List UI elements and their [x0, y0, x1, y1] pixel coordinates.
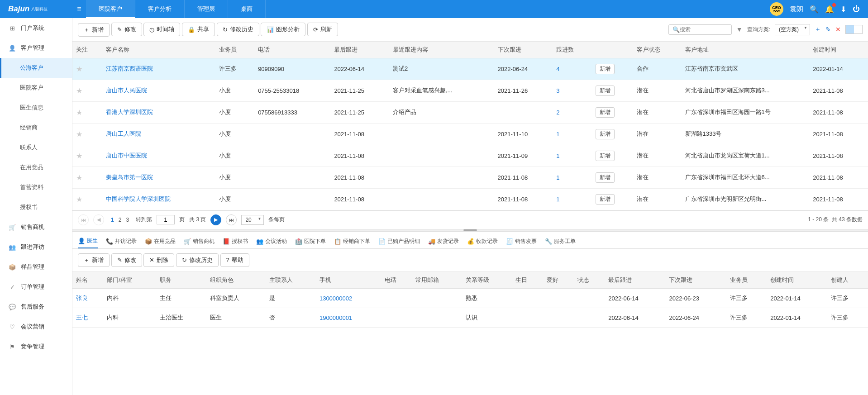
dtab-服务工单[interactable]: 🔧服务工单: [545, 235, 576, 248]
nav-sub-在用竞品[interactable]: 在用竞品: [0, 157, 72, 177]
star-icon[interactable]: ★: [76, 65, 82, 73]
dtab-销售发票[interactable]: 🧾销售发票: [506, 235, 537, 248]
table-row[interactable]: ★香港大学深圳医院小度0755869133332021-11-25介绍产品2新增…: [72, 101, 868, 123]
table-row[interactable]: ★江苏南京西语医院许三多909090902022-06-14测试22022-06…: [72, 58, 868, 80]
dtab-医院下单[interactable]: 🏥医院下单: [295, 235, 326, 248]
nav-sub-联系人[interactable]: 联系人: [0, 138, 72, 157]
nav-sub-医生信息[interactable]: 医生信息: [0, 98, 72, 118]
table-row[interactable]: ★中国科学院大学深圳医院小度2021-11-082021-11-081新增潜在广…: [72, 188, 868, 210]
new-tag[interactable]: 新增: [596, 151, 615, 161]
new-tag[interactable]: 新增: [596, 86, 615, 96]
star-icon[interactable]: ★: [76, 174, 82, 181]
mobile-link[interactable]: 1900000001: [320, 314, 352, 321]
search-box[interactable]: 🔍: [668, 24, 732, 35]
prev-page[interactable]: ◀: [93, 214, 104, 225]
page-2[interactable]: 2: [116, 217, 124, 223]
count-link[interactable]: 1: [556, 196, 559, 203]
next-page[interactable]: ▶: [210, 214, 221, 225]
avatar[interactable]: CEO〰: [770, 2, 783, 16]
dtab-在用竞品[interactable]: 📦在用竞品: [145, 235, 176, 248]
dcol-head[interactable]: 电话: [381, 272, 412, 289]
count-link[interactable]: 2: [556, 109, 559, 116]
page-3[interactable]: 3: [124, 217, 131, 223]
new-tag[interactable]: 新增: [596, 129, 615, 139]
nav-跟进拜访[interactable]: 👥跟进拜访: [0, 237, 72, 257]
btn-帮助[interactable]: ?帮助: [220, 253, 249, 267]
last-page[interactable]: ⏭: [226, 214, 237, 225]
col-head[interactable]: 业务员: [215, 42, 254, 58]
dcol-head[interactable]: 生日: [512, 272, 543, 289]
btn-修改历史[interactable]: ↻修改历史: [176, 253, 219, 267]
col-head[interactable]: 客户地址: [682, 42, 810, 58]
dtab-已购产品明细[interactable]: 📄已购产品明细: [378, 235, 420, 248]
dtab-销售商机[interactable]: 🛒销售商机: [184, 235, 215, 248]
dcol-head[interactable]: 职务: [156, 272, 206, 289]
table-row[interactable]: ★唐山工人医院小度2021-11-082021-11-101新增潜在新湖路133…: [72, 123, 868, 145]
dcol-head[interactable]: 状态: [574, 272, 605, 289]
filter-icon[interactable]: ▼: [736, 26, 743, 33]
table-row[interactable]: ★唐山市人民医院小度0755-255330182021-11-25客户对采血笔感…: [72, 80, 868, 101]
dcol-head[interactable]: 部门/科室: [103, 272, 156, 289]
nav-客户管理[interactable]: 👤客户管理: [0, 38, 72, 58]
download-icon[interactable]: ⬇: [840, 5, 846, 14]
btn-刷新[interactable]: ⟳刷新: [307, 23, 338, 36]
dtab-授权书[interactable]: 📕授权书: [223, 235, 248, 248]
layout-toggle[interactable]: [845, 25, 863, 34]
dcol-head[interactable]: 常用邮箱: [412, 272, 462, 289]
nav-订单管理[interactable]: ✓订单管理: [0, 277, 72, 297]
customer-name-link[interactable]: 唐山市中医医院: [106, 152, 147, 159]
doctor-name-link[interactable]: 王七: [76, 314, 88, 321]
mobile-link[interactable]: 1300000002: [320, 295, 352, 302]
search-input[interactable]: [680, 26, 728, 33]
count-link[interactable]: 4: [556, 66, 559, 72]
star-icon[interactable]: ★: [76, 195, 82, 203]
nav-sub-首营资料[interactable]: 首营资料: [0, 177, 72, 197]
customer-name-link[interactable]: 中国科学院大学深圳医院: [106, 195, 171, 202]
dtab-医生[interactable]: 👤医生: [78, 234, 98, 248]
top-tab-0[interactable]: 医院客户: [86, 0, 135, 18]
search-icon[interactable]: 🔍: [810, 5, 819, 14]
col-head[interactable]: 客户名称: [102, 42, 215, 58]
dcol-head[interactable]: 最后跟进: [605, 272, 665, 289]
col-head[interactable]: 电话: [254, 42, 330, 58]
table-row[interactable]: ★唐山市中医医院小度2021-11-082021-11-091新增潜在河北省唐山…: [72, 145, 868, 167]
dcol-head[interactable]: 手机: [316, 272, 381, 289]
customer-name-link[interactable]: 江苏南京西语医院: [106, 65, 153, 72]
dcol-head[interactable]: 下次跟进: [665, 272, 726, 289]
btn-时间轴[interactable]: ◷时间轴: [143, 23, 180, 36]
table-row[interactable]: ★秦皇岛市第一医院小度2021-11-082021-11-081新增潜在广东省深…: [72, 167, 868, 188]
btn-修改[interactable]: ✎修改: [111, 253, 142, 267]
star-icon[interactable]: ★: [76, 152, 82, 160]
star-icon[interactable]: ★: [76, 130, 82, 138]
dtab-收款记录[interactable]: 💰收款记录: [467, 235, 498, 248]
first-page[interactable]: ⏮: [78, 214, 89, 225]
new-tag[interactable]: 新增: [596, 107, 615, 118]
dcol-head[interactable]: 业务员: [726, 272, 767, 289]
col-head[interactable]: 下次跟进: [494, 42, 553, 58]
customer-name-link[interactable]: 香港大学深圳医院: [106, 109, 153, 115]
col-head[interactable]: 创建时间: [809, 42, 868, 58]
add-scheme-icon[interactable]: ＋: [815, 25, 821, 33]
nav-门户系统[interactable]: ⊞门户系统: [0, 18, 72, 38]
doctor-name-link[interactable]: 张良: [76, 295, 88, 301]
nav-sub-授权书[interactable]: 授权书: [0, 197, 72, 217]
nav-sub-经销商[interactable]: 经销商: [0, 118, 72, 138]
col-head[interactable]: 客户状态: [633, 42, 682, 58]
dtab-拜访记录[interactable]: 📞拜访记录: [106, 235, 137, 248]
dcol-head[interactable]: 组织角色: [206, 272, 266, 289]
bell-icon[interactable]: 🔔: [825, 5, 834, 14]
btn-修改[interactable]: ✎修改: [111, 23, 142, 36]
delete-scheme-icon[interactable]: ✕: [835, 26, 841, 33]
dtab-发货记录[interactable]: 🚚发货记录: [428, 235, 459, 248]
edit-scheme-icon[interactable]: ✎: [825, 26, 831, 33]
count-link[interactable]: 1: [556, 131, 559, 138]
power-icon[interactable]: ⏻: [853, 5, 860, 13]
star-icon[interactable]: ★: [76, 109, 82, 116]
dtab-经销商下单[interactable]: 📋经销商下单: [334, 235, 370, 248]
customer-name-link[interactable]: 秦皇岛市第一医院: [106, 174, 153, 181]
nav-售后服务[interactable]: 💬售后服务: [0, 297, 72, 317]
col-head[interactable]: 最近跟进内容: [389, 42, 494, 58]
nav-sub-公海客户[interactable]: 公海客户: [0, 58, 72, 78]
customer-name-link[interactable]: 唐山工人医院: [106, 130, 141, 137]
btn-新增[interactable]: ＋新增: [78, 253, 110, 267]
